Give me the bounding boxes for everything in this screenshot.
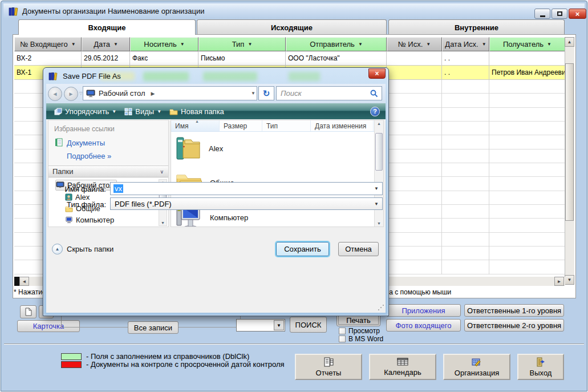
column-header-out-no[interactable]: № Исх.▼ bbox=[387, 37, 442, 51]
filter-arrow-icon[interactable]: ▼ bbox=[426, 42, 431, 47]
filter-arrow-icon[interactable]: ▼ bbox=[71, 42, 76, 47]
back-button[interactable]: ◄ bbox=[48, 87, 62, 101]
tab-internal[interactable]: Внутренние bbox=[388, 19, 565, 35]
filter-arrow-icon[interactable]: ▼ bbox=[248, 42, 252, 47]
scroll-up-button[interactable]: ▲ bbox=[565, 37, 574, 47]
filter-arrow-icon[interactable]: ▼ bbox=[482, 42, 486, 47]
scroll-down-icon[interactable]: ▼ bbox=[375, 221, 383, 225]
list-column-modified[interactable]: Дата изменения bbox=[311, 120, 374, 131]
column-header-medium[interactable]: Носитель▼ bbox=[130, 37, 198, 51]
chevron-down-icon[interactable]: ▼ bbox=[374, 186, 379, 191]
maximize-button[interactable] bbox=[551, 9, 567, 19]
main-titlebar[interactable]: Документы организации Наименование орган… bbox=[3, 3, 585, 19]
dialog-titlebar[interactable]: Save PDF File As × bbox=[43, 68, 388, 84]
list-column-type[interactable]: Тип bbox=[262, 120, 311, 131]
breadcrumb-arrow-icon[interactable]: ▶ bbox=[151, 91, 155, 96]
column-label: Носитель bbox=[144, 40, 176, 49]
column-header-date[interactable]: Дата▼ bbox=[82, 37, 130, 51]
organization-button[interactable]: Организация bbox=[443, 354, 510, 380]
more-link[interactable]: Подробнее » bbox=[67, 152, 111, 160]
msword-checkbox[interactable] bbox=[339, 336, 346, 342]
save-button[interactable]: Сохранить bbox=[276, 242, 329, 256]
column-header-type[interactable]: Тип▼ bbox=[198, 37, 286, 51]
nav-history-dropdown-icon[interactable]: ▽ bbox=[79, 91, 82, 96]
refresh-button[interactable]: ↻ bbox=[258, 86, 274, 100]
minimize-button[interactable] bbox=[534, 9, 550, 19]
msword-label: В MS Word bbox=[348, 335, 383, 343]
column-header-out-date[interactable]: Дата Исх.▼ bbox=[442, 37, 489, 51]
breadcrumb-location[interactable]: Рабочий стол bbox=[99, 89, 145, 98]
dialog-close-button[interactable]: × bbox=[368, 68, 386, 79]
close-button[interactable]: × bbox=[569, 9, 586, 19]
scroll-right-icon: ► bbox=[557, 279, 562, 284]
incoming-photo-button[interactable]: Фото входящего bbox=[386, 319, 461, 332]
tree-item-network[interactable]: Сеть bbox=[65, 226, 92, 227]
documents-link[interactable]: Документы bbox=[67, 139, 105, 147]
list-column-name[interactable]: Имя ▲ bbox=[171, 120, 220, 131]
responsible-level2-button[interactable]: Ответственные 2-го уровня bbox=[464, 319, 564, 332]
resize-grip[interactable] bbox=[377, 305, 384, 312]
preview-checkbox[interactable] bbox=[339, 328, 346, 334]
legend-red-swatch bbox=[61, 361, 82, 368]
address-breadcrumb[interactable]: Рабочий стол ▶ ▼ bbox=[83, 86, 257, 100]
table-row[interactable]: ВХ-2 29.05.2012 Факс Письмо ООО "Ласточк… bbox=[14, 51, 565, 66]
magnifier-icon[interactable] bbox=[370, 90, 378, 98]
help-button[interactable]: ? bbox=[370, 107, 380, 116]
all-records-label: Все записи bbox=[134, 324, 172, 332]
attachments-button[interactable]: Приложения bbox=[386, 304, 461, 317]
dialog-toolbar: Упорядочить ▼ Виды ▼ Новая папка ? bbox=[46, 103, 386, 119]
chevron-down-icon[interactable]: ▼ bbox=[374, 201, 379, 207]
save-label: Сохранить bbox=[284, 245, 321, 253]
address-dropdown-icon[interactable]: ▼ bbox=[251, 91, 256, 96]
folders-bar[interactable]: Папки ∨ bbox=[48, 165, 168, 177]
scroll-left-button[interactable]: ◄ bbox=[19, 277, 29, 286]
column-header-incoming-no[interactable]: № Входящего▼ bbox=[14, 37, 82, 51]
tab-incoming[interactable]: Входящие bbox=[18, 19, 196, 35]
scrollbar-split-box[interactable] bbox=[14, 277, 19, 286]
calendar-button[interactable]: Календарь bbox=[369, 354, 436, 380]
combobox-dropdown-button[interactable]: ▼ bbox=[274, 320, 284, 330]
msword-checkbox-row[interactable]: В MS Word bbox=[339, 335, 383, 343]
organize-menu[interactable]: Упорядочить ▼ bbox=[54, 107, 116, 116]
records-combobox[interactable]: ▼ bbox=[236, 319, 285, 332]
new-document-button[interactable] bbox=[20, 305, 37, 318]
cancel-button[interactable]: Отмена bbox=[338, 242, 379, 256]
filter-arrow-icon[interactable]: ▼ bbox=[113, 42, 118, 47]
list-column-size[interactable]: Размер bbox=[220, 120, 262, 131]
scroll-down-button[interactable]: ▼ bbox=[565, 275, 574, 285]
reports-button[interactable]: Отчеты bbox=[295, 354, 362, 380]
computer-icon bbox=[65, 216, 73, 224]
forward-button[interactable]: ► bbox=[64, 87, 78, 101]
tab-outgoing[interactable]: Исходящие bbox=[197, 19, 387, 35]
search-button[interactable]: ПОИСК bbox=[290, 317, 327, 333]
scroll-up-icon[interactable]: ▲ bbox=[375, 122, 383, 126]
filter-arrow-icon[interactable]: ▼ bbox=[180, 42, 185, 47]
desktop-icon bbox=[86, 90, 95, 98]
incoming-photo-label: Фото входящего bbox=[396, 321, 452, 330]
filename-input[interactable]: vx ▼ bbox=[110, 182, 383, 195]
hide-folders-button[interactable]: ▲ Скрыть папки bbox=[52, 244, 113, 254]
scroll-right-button[interactable]: ► bbox=[554, 277, 564, 286]
cell: Петров Иван Андреевич bbox=[489, 66, 565, 80]
responsible-level1-button[interactable]: Ответственные 1-го уровня bbox=[464, 304, 564, 317]
exit-door-icon bbox=[536, 357, 546, 367]
scroll-down-icon[interactable]: ▼ bbox=[159, 221, 167, 225]
file-item-alex[interactable]: Alex bbox=[176, 135, 223, 161]
vertical-scrollbar-thumb[interactable] bbox=[565, 63, 574, 221]
views-menu[interactable]: Виды ▼ bbox=[124, 107, 161, 116]
file-list-scrollbar-thumb[interactable] bbox=[375, 133, 383, 171]
preview-checkbox-row[interactable]: Просмотр bbox=[339, 327, 380, 335]
tree-item-computer[interactable]: Компьютер bbox=[65, 215, 114, 225]
filter-arrow-icon[interactable]: ▼ bbox=[358, 42, 363, 47]
responsible-level2-label: Ответственные 2-го уровня bbox=[467, 321, 561, 330]
filter-arrow-icon[interactable]: ▼ bbox=[547, 42, 551, 47]
new-folder-button[interactable]: Новая папка bbox=[169, 107, 224, 116]
column-header-recipient[interactable]: Получатель▼ bbox=[489, 37, 565, 51]
column-header-sender[interactable]: Отправитель▼ bbox=[286, 37, 387, 51]
filetype-select[interactable]: PDF files (*.PDF) ▼ bbox=[110, 197, 383, 210]
favorite-links-label: Избранные ссылки bbox=[54, 125, 115, 133]
exit-button[interactable]: Выход bbox=[517, 354, 564, 380]
all-records-button[interactable]: Все записи bbox=[128, 321, 179, 334]
cell: . . bbox=[442, 66, 489, 80]
search-box[interactable]: Поиск bbox=[276, 86, 382, 100]
